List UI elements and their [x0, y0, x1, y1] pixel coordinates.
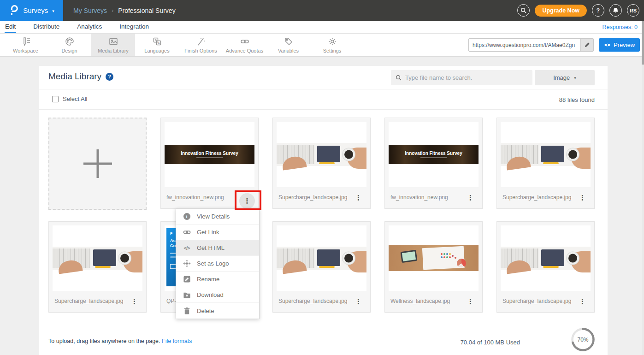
storage-progress-ring: 70% [570, 327, 596, 352]
magic-wand-icon [196, 37, 206, 46]
image-icon [109, 37, 118, 46]
topbar-actions: Upgrade Now ? RS [517, 0, 639, 21]
breadcrumb-my-surveys[interactable]: My Surveys [73, 7, 107, 14]
kebab-menu-icon[interactable]: ⋮ [352, 192, 365, 203]
menu-item-rename[interactable]: Rename [176, 272, 259, 287]
workspace-icon [21, 37, 30, 46]
kebab-menu-icon[interactable]: ⋮ [576, 192, 589, 203]
file-name: Supercharge_landscape.jpg [278, 194, 347, 201]
top-bar: Surveys ▾ My Surveys › Professional Surv… [0, 0, 644, 21]
kebab-menu-icon[interactable]: ⋮ [352, 296, 365, 307]
chevron-down-icon: ▾ [52, 9, 54, 13]
file-name: Wellness_landscape.jpg [390, 298, 450, 304]
kebab-menu-button-active[interactable]: ⋮ [239, 193, 255, 209]
kebab-menu-icon[interactable]: ⋮ [576, 296, 589, 307]
question-mark-icon: ? [597, 7, 600, 14]
toolbar-item-settings[interactable]: Settings [310, 34, 354, 56]
select-all-checkbox[interactable] [52, 96, 59, 102]
bell-icon [613, 7, 619, 14]
help-button[interactable]: ? [592, 4, 604, 17]
divider [39, 89, 608, 89]
search-icon [396, 75, 402, 81]
surveys-product-menu[interactable]: Surveys ▾ [0, 0, 63, 21]
toolbar-item-languages[interactable]: A Languages [135, 34, 179, 56]
media-tile-supercharge-3[interactable]: Supercharge_landscape.jpg ⋮ [48, 221, 147, 313]
kebab-menu-icon[interactable]: ⋮ [128, 296, 141, 307]
edit-toolbar: Workspace Design Media Library A Languag… [0, 34, 644, 57]
info-icon: i [183, 213, 190, 220]
menu-item-get-link[interactable]: Get Link [176, 225, 259, 240]
media-tile-wellness[interactable]: Wellness_landscape.jpg ⋮ [384, 221, 483, 313]
responses-count[interactable]: Responses: 0 [603, 24, 638, 30]
gear-icon [328, 37, 337, 46]
search-button[interactable] [517, 4, 530, 17]
breadcrumb: My Surveys › Professional Survey [73, 7, 176, 14]
storage-used-text: 70.04 of 100 MB Used [461, 339, 520, 346]
file-name: Supercharge_landscape.jpg [502, 194, 571, 201]
questionpro-logo-icon [9, 5, 19, 17]
files-found-count: 88 files found [559, 96, 595, 103]
menu-item-delete[interactable]: Delete [176, 303, 259, 319]
notifications-button[interactable] [609, 4, 622, 17]
upload-hint: To upload, drag files anywhere on the pa… [48, 338, 192, 344]
toolbar-item-workspace[interactable]: Workspace [4, 34, 47, 56]
media-library-help-icon[interactable]: ? [106, 73, 113, 81]
media-tile-supercharge-5[interactable]: Supercharge_landscape.jpg ⋮ [496, 221, 595, 313]
survey-url-input[interactable] [469, 39, 580, 51]
avatar-initials: RS [630, 8, 637, 13]
code-icon: </> [184, 245, 190, 251]
tab-edit[interactable]: Edit [5, 21, 16, 33]
file-thumbnail [53, 225, 142, 291]
toolbar-item-advance-quotas[interactable]: Advance Quotas [223, 34, 266, 56]
menu-item-download[interactable]: Download [176, 287, 259, 303]
chain-link-icon [240, 37, 249, 46]
toolbar-item-media-library[interactable]: Media Library [91, 34, 135, 56]
move-arrows-icon [183, 260, 191, 267]
file-context-menu: i View Details Get Link </> Get HTML Set… [176, 208, 260, 319]
tag-icon [284, 37, 293, 46]
file-search-input[interactable] [405, 74, 528, 81]
scrollbar-thumb[interactable] [642, 21, 644, 65]
upload-tile[interactable] [48, 118, 147, 210]
kebab-menu-icon[interactable]: ⋮ [464, 192, 477, 203]
tab-analytics[interactable]: Analytics [77, 21, 102, 33]
avatar[interactable]: RS [627, 4, 639, 17]
media-tile-fw-innovation-2[interactable]: Innovation Fitness Survey fw_innovation_… [384, 118, 483, 209]
upgrade-now-button[interactable]: Upgrade Now [535, 5, 587, 17]
edit-url-button[interactable] [580, 39, 593, 51]
file-search-box [391, 70, 532, 85]
search-icon [520, 7, 526, 13]
file-thumbnail [501, 225, 591, 291]
breadcrumb-separator: › [112, 7, 113, 14]
file-thumbnail [501, 122, 591, 187]
file-thumbnail [277, 225, 366, 291]
file-thumbnail [389, 225, 479, 291]
file-formats-link[interactable]: File formats [162, 338, 192, 344]
translate-icon: A [153, 37, 162, 46]
menu-item-set-as-logo[interactable]: Set as Logo [176, 256, 259, 272]
media-tile-supercharge-4[interactable]: Supercharge_landscape.jpg ⋮ [272, 221, 371, 313]
storage-percent-label: 70% [577, 337, 588, 343]
toolbar-item-finish-options[interactable]: Finish Options [179, 34, 223, 56]
select-all-label: Select All [63, 95, 87, 102]
preview-button[interactable]: Preview [599, 38, 640, 52]
media-library-panel: Media Library ? Image ▾ Select All 88 fi… [39, 66, 608, 355]
rename-icon [183, 275, 191, 283]
chevron-down-icon: ▾ [574, 76, 576, 80]
svg-text:A: A [158, 41, 160, 45]
link-icon [183, 228, 191, 236]
menu-item-view-details[interactable]: i View Details [176, 209, 259, 225]
kebab-menu-icon[interactable]: ⋮ [464, 296, 477, 307]
media-tile-supercharge-2[interactable]: Supercharge_landscape.jpg ⋮ [496, 118, 595, 209]
menu-item-get-html[interactable]: </> Get HTML [176, 240, 259, 256]
toolbar-item-design[interactable]: Design [47, 34, 91, 56]
tab-integration[interactable]: Integration [119, 21, 149, 33]
file-type-dropdown[interactable]: Image ▾ [535, 70, 595, 85]
survey-nav: Edit Distribute Analytics Integration Re… [0, 21, 644, 34]
toolbar-item-variables[interactable]: Variables [266, 34, 310, 56]
vertical-scrollbar[interactable] [642, 21, 644, 355]
file-name: fw_innovation_new.png [390, 194, 448, 201]
breadcrumb-current-survey: Professional Survey [118, 7, 176, 14]
tab-distribute[interactable]: Distribute [33, 21, 60, 33]
media-tile-supercharge-1[interactable]: Supercharge_landscape.jpg ⋮ [272, 118, 371, 209]
